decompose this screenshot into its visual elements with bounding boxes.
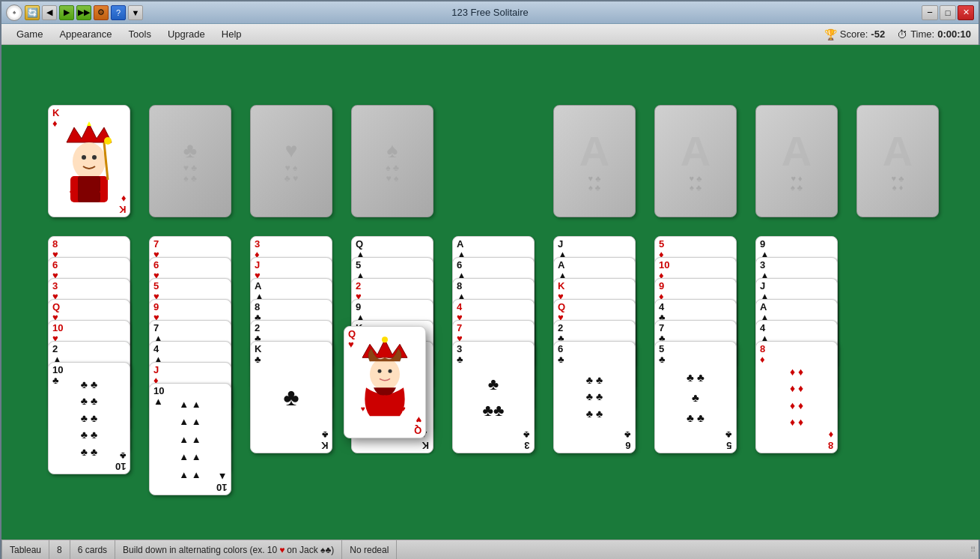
foundation-1[interactable]: A ♥ ♣ ♠ ♣	[553, 105, 636, 217]
window-title: 123 Free Solitaire	[451, 7, 529, 18]
status-bar: Tableau 8 6 cards Build down in alternat…	[1, 540, 979, 559]
toolbar-new[interactable]: 🔄	[25, 5, 40, 20]
menu-upgrade[interactable]: Upgrade	[160, 26, 213, 42]
svg-rect-3	[78, 176, 100, 202]
menu-game[interactable]: Game	[9, 26, 50, 42]
toolbar-help[interactable]: ?	[111, 5, 126, 20]
status-segment-count: 8	[49, 540, 70, 559]
status-segment-rule: Build down in alternating colors (ex. 10…	[115, 540, 342, 559]
foundation-2[interactable]: A ♥ ♣ ♠ ♣	[654, 105, 737, 217]
card-8d-c8[interactable]: 8♦ 8♦ ♦ ♦♦ ♦♦ ♦♦ ♦	[755, 341, 838, 453]
stock-pile-3[interactable]: ♥ ♥ ♠ ♣ ♥	[250, 105, 332, 217]
svg-text:♥: ♥	[401, 405, 406, 413]
stock-pile-2[interactable]: ♣ ♥ ♣ ♠ ♣	[149, 105, 231, 217]
toolbar-back[interactable]: ◀	[42, 5, 57, 20]
svg-point-17	[382, 336, 388, 342]
status-segment-cards: 6 cards	[70, 540, 115, 559]
time-display: ⏱ Time: 0:00:10	[897, 28, 971, 40]
svg-point-8	[104, 137, 112, 145]
time-icon: ⏱	[897, 28, 907, 40]
svg-point-1	[73, 142, 106, 180]
toolbar-fwd2[interactable]: ▶▶	[76, 5, 91, 20]
card-5c-c7[interactable]: 5♣ 5♣ ♣ ♣ ♣♣ ♣	[654, 341, 737, 453]
app-icon: ♠	[6, 4, 22, 21]
status-segment-redeal: No redeal	[342, 540, 397, 559]
card-10c-col1[interactable]: 10♣ 10♣ ♣ ♣♣ ♣♣ ♣♣ ♣ ♣ ♣	[48, 362, 130, 474]
svg-text:♥: ♥	[361, 405, 365, 413]
svg-point-6	[92, 155, 97, 160]
svg-point-18	[370, 357, 400, 390]
score-label: Score:	[840, 28, 868, 40]
card-3c-c5[interactable]: 3♣ 3♣ ♣♣♣	[452, 341, 535, 453]
toolbar-settings[interactable]: ⚙	[94, 5, 109, 20]
time-value: 0:00:10	[937, 28, 971, 40]
menu-bar: Game Appearance Tools Upgrade Help 🏆 Sco…	[1, 24, 979, 45]
game-area: K♦ K♦	[1, 45, 980, 540]
menu-appearance[interactable]: Appearance	[52, 26, 119, 42]
card-10s-c2[interactable]: 10▲ 10▲ ▲ ▲▲ ▲▲ ▲▲ ▲▲ ▲	[149, 383, 231, 495]
foundation-3[interactable]: A ♥ ♦ ♠ ♣	[755, 105, 838, 217]
minimize-button[interactable]: −	[922, 5, 938, 20]
toolbar-fwd[interactable]: ▶	[59, 5, 74, 20]
card-kc-c3[interactable]: K♣ K♣ ♣	[250, 341, 332, 453]
svg-marker-4	[87, 121, 91, 126]
score-value: -52	[871, 28, 885, 40]
menu-help[interactable]: Help	[214, 26, 249, 42]
time-label: Time:	[910, 28, 934, 40]
status-segment-type: Tableau	[1, 540, 49, 559]
card-qh-dragging[interactable]: Q♥ Q♥	[344, 326, 426, 438]
score-icon: 🏆	[824, 28, 837, 40]
status-resize-grip[interactable]: ⠿	[967, 544, 979, 556]
maximize-button[interactable]: □	[940, 5, 956, 20]
svg-point-20	[389, 369, 392, 373]
close-button[interactable]: ✕	[958, 5, 974, 20]
foundation-4[interactable]: A ♥ ♣ ♠ ♦	[856, 105, 939, 217]
window-frame: ♠ 🔄 ◀ ▶ ▶▶ ⚙ ? ▼ 123 Free Solitaire − □ …	[0, 0, 980, 559]
svg-point-19	[378, 369, 382, 373]
svg-point-5	[82, 155, 86, 160]
card-6c-c6[interactable]: 6♣ 6♣ ♣ ♣♣ ♣♣ ♣	[553, 341, 636, 453]
toolbar-extra[interactable]: ▼	[128, 5, 143, 20]
score-display: 🏆 Score: -52	[824, 28, 885, 40]
stock-pile-4[interactable]: ♠ ♠ ♣ ♥ ♠	[351, 105, 433, 217]
stock-pile-1[interactable]: K♦ K♦	[48, 105, 130, 217]
title-bar: ♠ 🔄 ◀ ▶ ▶▶ ⚙ ? ▼ 123 Free Solitaire − □ …	[1, 1, 979, 24]
menu-tools[interactable]: Tools	[121, 26, 159, 42]
